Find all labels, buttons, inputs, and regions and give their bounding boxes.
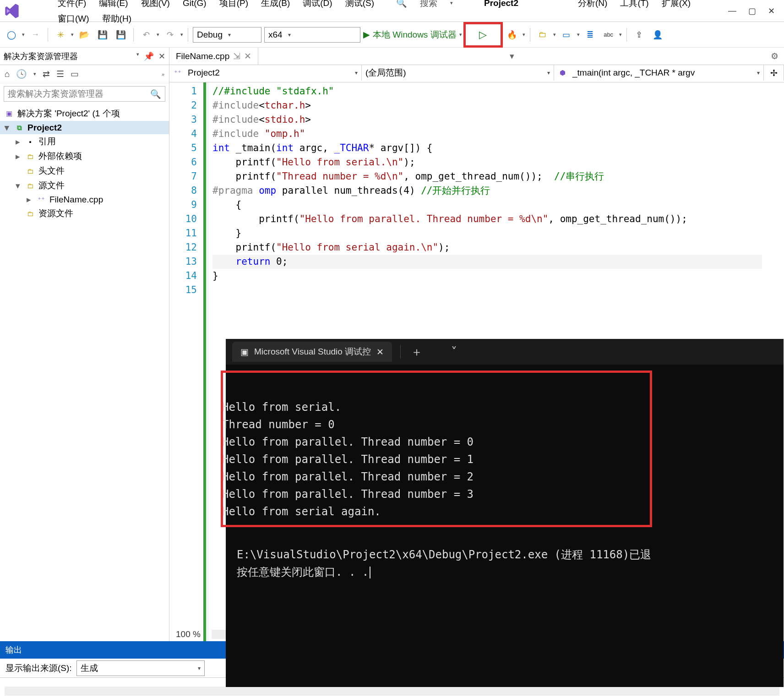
- menu-ext[interactable]: 扩展(X): [655, 0, 697, 11]
- redo-button[interactable]: ↷: [162, 27, 178, 43]
- tab-pin-icon[interactable]: ⇲: [233, 51, 240, 61]
- layout-button[interactable]: ▭: [559, 27, 574, 43]
- se-hscroll[interactable]: [5, 687, 779, 696]
- external-deps-node[interactable]: 🗀外部依赖项: [0, 149, 169, 164]
- project-icon: ⁺⁺: [173, 68, 182, 77]
- function-icon: ⬢: [558, 68, 567, 77]
- se-refresh-icon[interactable]: 🕓: [16, 69, 27, 79]
- open-button[interactable]: 📂: [76, 27, 92, 43]
- folder-icon: 🗀: [26, 166, 35, 175]
- panel-close-icon[interactable]: ✕: [158, 51, 165, 61]
- console-tab-close-icon[interactable]: ✕: [376, 347, 384, 357]
- platform-dropdown[interactable]: x64▾: [264, 27, 360, 43]
- new-project-button[interactable]: ✳: [53, 27, 68, 43]
- solution-explorer-title: 解决方案资源管理器: [4, 51, 78, 62]
- nav-scope-label: (全局范围): [365, 67, 406, 79]
- panel-pin-icon[interactable]: 📌: [144, 51, 154, 61]
- abc-button[interactable]: abc: [601, 27, 616, 43]
- console-line: Thread number = 0: [222, 418, 335, 431]
- project-label: Project2: [27, 123, 62, 133]
- se-search-placeholder: 搜索解决方案资源管理器: [8, 88, 103, 100]
- indent-button[interactable]: ≣: [583, 27, 598, 43]
- menu-edit[interactable]: 编辑(E): [93, 0, 134, 11]
- debug-console-window[interactable]: ▣ Microsoft Visual Studio 调试控 ✕ ＋ ˅ Hell…: [226, 339, 784, 687]
- menu-git[interactable]: Git(G): [176, 0, 213, 10]
- zoom-level[interactable]: 100 %: [169, 629, 207, 639]
- nav-fwd-button[interactable]: →: [27, 27, 43, 43]
- menu-debug[interactable]: 调试(D): [296, 0, 338, 11]
- menu-build[interactable]: 生成(B): [255, 0, 296, 11]
- menu-help[interactable]: 帮助(H): [96, 11, 138, 27]
- open-folder-button[interactable]: 🗀: [535, 27, 550, 43]
- nav-project-label: Project2: [188, 68, 220, 78]
- sources-node[interactable]: 🗀源文件: [0, 178, 169, 193]
- nav-project-dropdown[interactable]: ⁺⁺Project2▾: [169, 65, 362, 81]
- console-new-tab-button[interactable]: ＋: [400, 345, 433, 359]
- console-tab[interactable]: ▣ Microsoft Visual Studio 调试控 ✕: [232, 342, 392, 362]
- project-node[interactable]: ⧉Project2: [0, 121, 169, 134]
- title-bar: 文件(F) 编辑(E) 视图(V) Git(G) 项目(P) 生成(B) 调试(…: [0, 0, 784, 22]
- start-without-debugging-button[interactable]: ▷: [465, 23, 501, 46]
- undo-button[interactable]: ↶: [138, 27, 154, 43]
- main-menu: 文件(F) 编辑(E) 视图(V) Git(G) 项目(P) 生成(B) 调试(…: [24, 0, 724, 28]
- save-button[interactable]: 💾: [95, 27, 110, 43]
- menu-view[interactable]: 视图(V): [135, 0, 176, 11]
- external-label: 外部依赖项: [38, 150, 82, 162]
- nav-scope-dropdown[interactable]: (全局范围)▾: [362, 65, 554, 81]
- config-dropdown[interactable]: Debug▾: [193, 27, 261, 43]
- play-icon: ▶: [363, 29, 370, 40]
- window-close-icon[interactable]: ✕: [768, 6, 775, 16]
- search-icon[interactable]: 🔍: [390, 0, 414, 10]
- console-titlebar[interactable]: ▣ Microsoft Visual Studio 调试控 ✕ ＋ ˅: [226, 339, 784, 365]
- document-tab[interactable]: FileName.cpp ⇲ ✕: [169, 48, 258, 65]
- console-line: Hello from parallel. Thread number = 0: [222, 436, 474, 448]
- menu-test[interactable]: 测试(S): [339, 0, 381, 11]
- vs-logo-icon: [4, 3, 20, 19]
- output-source-label: 显示输出来源(S):: [5, 662, 72, 674]
- hot-reload-button[interactable]: 🔥: [504, 27, 520, 43]
- nav-split-button[interactable]: ✢: [764, 65, 784, 81]
- folder-icon: 🗀: [26, 181, 35, 190]
- tab-dropdown-icon[interactable]: ▾: [504, 51, 520, 61]
- console-line: Hello from parallel. Thread number = 1: [222, 453, 474, 466]
- nav-function-dropdown[interactable]: ⬢_tmain(int argc, _TCHAR * argv▾: [554, 65, 764, 81]
- solution-explorer-search[interactable]: 搜索解决方案资源管理器 🔍: [4, 86, 165, 102]
- window-maximize-icon[interactable]: ▢: [748, 6, 756, 16]
- run-label: 本地 Windows 调试器: [373, 29, 457, 41]
- menu-analyze[interactable]: 分析(N): [572, 0, 614, 11]
- terminal-icon: ▣: [240, 347, 249, 357]
- se-home-icon[interactable]: ⌂: [5, 69, 10, 79]
- menu-window[interactable]: 窗口(W): [51, 11, 96, 27]
- se-collapse-icon[interactable]: ☰: [56, 69, 64, 79]
- console-line: Hello from parallel. Thread number = 2: [222, 470, 474, 483]
- menu-tools[interactable]: 工具(T): [614, 0, 655, 11]
- start-debugging-button[interactable]: ▶ 本地 Windows 调试器 ▾: [363, 29, 462, 41]
- menu-file[interactable]: 文件(F): [51, 0, 93, 11]
- resources-node[interactable]: 🗀资源文件: [0, 206, 169, 221]
- references-node[interactable]: ▪引用: [0, 134, 169, 149]
- output-source-dropdown[interactable]: 生成▾: [76, 660, 205, 676]
- file-node[interactable]: ⁺⁺FileName.cpp: [0, 193, 169, 206]
- search-dropdown-icon[interactable]: ▾: [444, 0, 459, 8]
- solution-title: Project2: [478, 0, 525, 10]
- live-share-button[interactable]: 👤: [650, 27, 665, 43]
- config-value: Debug: [197, 30, 223, 40]
- menu-project[interactable]: 项目(P): [213, 0, 255, 11]
- editor-settings-icon[interactable]: ⚙: [765, 51, 784, 61]
- share-button[interactable]: ⇪: [632, 27, 647, 43]
- search-label[interactable]: 搜索: [414, 0, 444, 11]
- console-prompt-line: 按任意键关闭此窗口. . .: [237, 566, 369, 578]
- panel-options-icon[interactable]: ▾: [136, 51, 139, 61]
- se-sync-icon[interactable]: ⇄: [43, 69, 50, 79]
- tab-close-icon[interactable]: ✕: [244, 51, 251, 61]
- solution-node[interactable]: ▣解决方案 'Project2' (1 个项: [0, 106, 169, 121]
- se-showall-icon[interactable]: ▭: [71, 69, 79, 79]
- nav-back-button[interactable]: ◯: [4, 27, 19, 43]
- console-output[interactable]: Hello from serial. Thread number = 0 Hel…: [226, 365, 784, 581]
- save-all-button[interactable]: 💾: [113, 27, 129, 43]
- window-minimize-icon[interactable]: —: [728, 6, 736, 16]
- headers-node[interactable]: 🗀头文件: [0, 164, 169, 178]
- folder-icon: 🗀: [26, 209, 35, 218]
- cpp-file-icon: ⁺⁺: [37, 195, 46, 204]
- console-tab-dropdown-icon[interactable]: ˅: [441, 345, 467, 359]
